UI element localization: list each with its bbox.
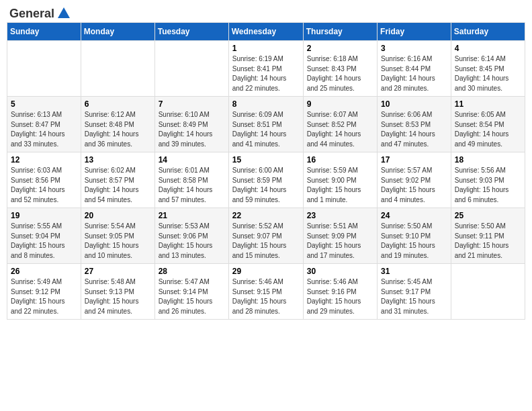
day-info: Sunrise: 5:56 AM Sunset: 9:03 PM Dayligh…	[455, 166, 521, 205]
day-number: 6	[85, 99, 151, 109]
calendar-cell	[154, 41, 228, 97]
calendar-cell: 16Sunrise: 5:59 AM Sunset: 9:00 PM Dayli…	[303, 152, 377, 208]
logo-icon	[56, 6, 71, 21]
day-number: 24	[381, 211, 447, 220]
calendar-cell: 28Sunrise: 5:47 AM Sunset: 9:14 PM Dayli…	[154, 264, 228, 320]
day-number: 15	[232, 155, 300, 165]
calendar-cell: 5Sunrise: 6:13 AM Sunset: 8:47 PM Daylig…	[7, 97, 81, 152]
calendar-table: SundayMondayTuesdayWednesdayThursdayFrid…	[7, 22, 525, 320]
day-info: Sunrise: 5:52 AM Sunset: 9:07 PM Dayligh…	[232, 222, 300, 261]
day-header-thursday: Thursday	[303, 23, 377, 41]
day-info: Sunrise: 5:59 AM Sunset: 9:00 PM Dayligh…	[307, 166, 373, 205]
calendar-cell: 21Sunrise: 5:53 AM Sunset: 9:06 PM Dayli…	[154, 208, 228, 264]
day-info: Sunrise: 5:57 AM Sunset: 9:02 PM Dayligh…	[381, 166, 447, 205]
day-info: Sunrise: 5:45 AM Sunset: 9:17 PM Dayligh…	[381, 277, 447, 316]
day-info: Sunrise: 5:54 AM Sunset: 9:05 PM Dayligh…	[85, 222, 151, 261]
calendar-cell: 11Sunrise: 6:05 AM Sunset: 8:54 PM Dayli…	[451, 97, 525, 152]
day-info: Sunrise: 6:12 AM Sunset: 8:48 PM Dayligh…	[85, 110, 151, 149]
day-header-saturday: Saturday	[451, 23, 525, 41]
day-info: Sunrise: 5:46 AM Sunset: 9:16 PM Dayligh…	[307, 277, 373, 316]
logo-general-text: General	[9, 7, 54, 21]
day-number: 3	[381, 44, 447, 53]
day-number: 31	[381, 267, 447, 276]
day-number: 28	[159, 267, 225, 276]
day-info: Sunrise: 6:10 AM Sunset: 8:49 PM Dayligh…	[159, 110, 225, 149]
calendar-cell: 1Sunrise: 6:19 AM Sunset: 8:41 PM Daylig…	[228, 41, 303, 97]
day-number: 5	[11, 99, 77, 109]
day-info: Sunrise: 5:53 AM Sunset: 9:06 PM Dayligh…	[159, 222, 225, 261]
day-number: 23	[307, 211, 373, 220]
calendar-cell: 29Sunrise: 5:46 AM Sunset: 9:15 PM Dayli…	[228, 264, 303, 320]
calendar-cell: 8Sunrise: 6:09 AM Sunset: 8:51 PM Daylig…	[228, 97, 303, 152]
calendar-cell: 3Sunrise: 6:16 AM Sunset: 8:44 PM Daylig…	[378, 41, 451, 97]
day-number: 29	[232, 267, 300, 276]
day-number: 22	[232, 211, 300, 220]
week-row-1: 1Sunrise: 6:19 AM Sunset: 8:41 PM Daylig…	[7, 41, 525, 97]
calendar-cell: 12Sunrise: 6:03 AM Sunset: 8:56 PM Dayli…	[7, 152, 81, 208]
day-info: Sunrise: 5:50 AM Sunset: 9:10 PM Dayligh…	[381, 222, 447, 261]
day-number: 17	[381, 155, 447, 165]
day-number: 19	[11, 211, 77, 220]
day-info: Sunrise: 6:19 AM Sunset: 8:41 PM Dayligh…	[232, 54, 300, 93]
day-number: 25	[455, 211, 521, 220]
day-info: Sunrise: 6:07 AM Sunset: 8:52 PM Dayligh…	[307, 110, 373, 149]
day-info: Sunrise: 6:14 AM Sunset: 8:45 PM Dayligh…	[455, 54, 521, 93]
day-number: 8	[232, 99, 300, 109]
week-row-4: 19Sunrise: 5:55 AM Sunset: 9:04 PM Dayli…	[7, 208, 525, 264]
calendar-cell: 25Sunrise: 5:50 AM Sunset: 9:11 PM Dayli…	[451, 208, 525, 264]
day-info: Sunrise: 5:50 AM Sunset: 9:11 PM Dayligh…	[455, 222, 521, 261]
day-number: 7	[159, 99, 225, 109]
day-number: 30	[307, 267, 373, 276]
calendar-cell	[451, 264, 525, 320]
calendar-cell	[7, 41, 81, 97]
calendar-cell: 6Sunrise: 6:12 AM Sunset: 8:48 PM Daylig…	[81, 97, 154, 152]
calendar-cell: 4Sunrise: 6:14 AM Sunset: 8:45 PM Daylig…	[451, 41, 525, 97]
day-info: Sunrise: 6:06 AM Sunset: 8:53 PM Dayligh…	[381, 110, 447, 149]
calendar-cell: 17Sunrise: 5:57 AM Sunset: 9:02 PM Dayli…	[378, 152, 451, 208]
calendar-cell: 10Sunrise: 6:06 AM Sunset: 8:53 PM Dayli…	[378, 97, 451, 152]
day-number: 21	[159, 211, 225, 220]
calendar-cell: 24Sunrise: 5:50 AM Sunset: 9:10 PM Dayli…	[378, 208, 451, 264]
day-number: 14	[159, 155, 225, 165]
day-number: 11	[455, 99, 521, 109]
calendar-cell: 23Sunrise: 5:51 AM Sunset: 9:09 PM Dayli…	[303, 208, 377, 264]
day-info: Sunrise: 6:05 AM Sunset: 8:54 PM Dayligh…	[455, 110, 521, 149]
calendar-cell: 19Sunrise: 5:55 AM Sunset: 9:04 PM Dayli…	[7, 208, 81, 264]
day-info: Sunrise: 5:48 AM Sunset: 9:13 PM Dayligh…	[85, 277, 151, 316]
calendar-cell: 13Sunrise: 6:02 AM Sunset: 8:57 PM Dayli…	[81, 152, 154, 208]
week-row-2: 5Sunrise: 6:13 AM Sunset: 8:47 PM Daylig…	[7, 97, 525, 152]
day-info: Sunrise: 5:46 AM Sunset: 9:15 PM Dayligh…	[232, 277, 300, 316]
calendar-cell: 30Sunrise: 5:46 AM Sunset: 9:16 PM Dayli…	[303, 264, 377, 320]
calendar-cell: 7Sunrise: 6:10 AM Sunset: 8:49 PM Daylig…	[154, 97, 228, 152]
day-header-wednesday: Wednesday	[228, 23, 303, 41]
calendar-cell	[81, 41, 154, 97]
day-number: 16	[307, 155, 373, 165]
day-number: 10	[381, 99, 447, 109]
day-header-friday: Friday	[378, 23, 451, 41]
day-info: Sunrise: 5:49 AM Sunset: 9:12 PM Dayligh…	[11, 277, 77, 316]
day-header-monday: Monday	[81, 23, 154, 41]
day-number: 4	[455, 44, 521, 53]
day-number: 27	[85, 267, 151, 276]
day-number: 26	[11, 267, 77, 276]
day-info: Sunrise: 6:03 AM Sunset: 8:56 PM Dayligh…	[11, 166, 77, 205]
day-info: Sunrise: 6:02 AM Sunset: 8:57 PM Dayligh…	[85, 166, 151, 205]
page-header: General	[7, 7, 525, 18]
calendar-cell: 27Sunrise: 5:48 AM Sunset: 9:13 PM Dayli…	[81, 264, 154, 320]
calendar-cell: 26Sunrise: 5:49 AM Sunset: 9:12 PM Dayli…	[7, 264, 81, 320]
day-number: 13	[85, 155, 151, 165]
day-number: 9	[307, 99, 373, 109]
day-info: Sunrise: 5:55 AM Sunset: 9:04 PM Dayligh…	[11, 222, 77, 261]
calendar-cell: 9Sunrise: 6:07 AM Sunset: 8:52 PM Daylig…	[303, 97, 377, 152]
calendar-cell: 14Sunrise: 6:01 AM Sunset: 8:58 PM Dayli…	[154, 152, 228, 208]
day-header-tuesday: Tuesday	[154, 23, 228, 41]
day-info: Sunrise: 6:01 AM Sunset: 8:58 PM Dayligh…	[159, 166, 225, 205]
day-info: Sunrise: 6:13 AM Sunset: 8:47 PM Dayligh…	[11, 110, 77, 149]
day-info: Sunrise: 6:09 AM Sunset: 8:51 PM Dayligh…	[232, 110, 300, 149]
day-info: Sunrise: 5:51 AM Sunset: 9:09 PM Dayligh…	[307, 222, 373, 261]
day-header-sunday: Sunday	[7, 23, 81, 41]
calendar-cell: 15Sunrise: 6:00 AM Sunset: 8:59 PM Dayli…	[228, 152, 303, 208]
calendar-cell: 20Sunrise: 5:54 AM Sunset: 9:05 PM Dayli…	[81, 208, 154, 264]
day-info: Sunrise: 6:00 AM Sunset: 8:59 PM Dayligh…	[232, 166, 300, 205]
calendar-cell: 2Sunrise: 6:18 AM Sunset: 8:43 PM Daylig…	[303, 41, 377, 97]
